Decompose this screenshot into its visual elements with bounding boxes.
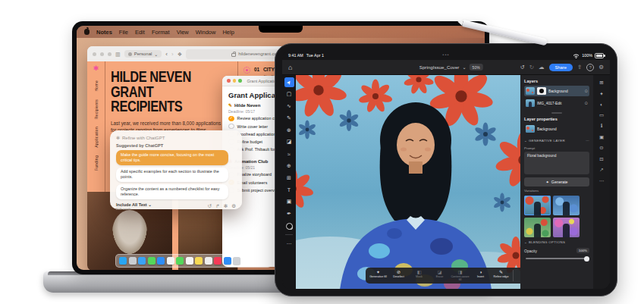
document-title[interactable]: SpringIssue_Cover [419, 64, 460, 70]
menu-help[interactable]: Help [222, 29, 234, 36]
menu-view[interactable]: View [177, 29, 189, 36]
dock-launchpad[interactable] [129, 257, 137, 265]
dock-safari[interactable] [138, 257, 146, 265]
preview-icon[interactable]: ⊙ [599, 145, 603, 151]
dock-calendar[interactable] [186, 257, 193, 265]
menu-window[interactable]: Window [196, 29, 216, 36]
move-tool-icon[interactable]: ➤ [284, 77, 294, 87]
menu-notes[interactable]: Notes [96, 29, 112, 36]
dock-notes[interactable] [195, 257, 203, 265]
settings-icon[interactable]: ⚙ [231, 203, 236, 209]
include-text-dropdown[interactable]: Include All Text ⌄ [116, 202, 152, 207]
more-tools-icon[interactable]: ⋯ [284, 239, 294, 249]
canvas[interactable]: ✦Generative fill ⊘Deselect ◧Mask ◪Erase … [296, 75, 520, 289]
dock-photos[interactable] [167, 257, 174, 265]
apple-logo-icon[interactable] [84, 29, 90, 35]
undo-icon[interactable]: ↺ [208, 203, 212, 209]
generative-layer-section[interactable]: ⌄ GENERATIVE LAYER ⋯ [524, 139, 589, 143]
profile-button[interactable]: Personal ⌄ [124, 50, 162, 58]
nav-application[interactable]: Application [94, 127, 99, 148]
menu-file[interactable]: File [119, 29, 128, 36]
erase-button[interactable]: ◪Erase [430, 270, 449, 278]
type-tool-icon[interactable]: T [284, 185, 294, 195]
dock-finder[interactable] [119, 257, 127, 265]
close-button[interactable] [227, 79, 231, 83]
settings-gear-icon[interactable]: ⚙ [598, 64, 604, 71]
adjustments-icon[interactable]: ◐ [600, 102, 603, 107]
menu-format[interactable]: Format [152, 29, 170, 36]
minimize-button[interactable] [100, 52, 104, 56]
eraser-tool-icon[interactable]: ◪ [284, 137, 294, 147]
lasso-tool-icon[interactable]: ∿ [284, 102, 294, 111]
healing-tool-icon[interactable]: ⊕ [284, 161, 294, 171]
smudge-tool-icon[interactable]: ≈ [284, 149, 294, 159]
invert-button[interactable]: ◑Invert [471, 270, 490, 278]
home-icon[interactable]: ⌂ [288, 64, 292, 71]
zoom-button[interactable] [108, 52, 112, 56]
variation-thumbnail-3[interactable] [524, 218, 551, 237]
effects-icon[interactable]: ✦ [599, 91, 603, 97]
info-icon[interactable]: ℹ [601, 123, 602, 129]
suggestion-pill-selected[interactable]: Make the guide more concise, focusing on… [116, 150, 228, 165]
prompt-input[interactable]: Floral background [524, 152, 589, 174]
variation-thumbnail-4[interactable] [553, 218, 580, 237]
panels-icon[interactable]: ⊞ [599, 80, 603, 86]
back-button[interactable]: ‹ [165, 51, 168, 58]
place-photo-tool-icon[interactable]: ▣ [284, 197, 294, 207]
multitasking-indicator[interactable]: ••• [442, 52, 449, 57]
dock-trash[interactable] [233, 257, 240, 265]
variation-thumbnail-1[interactable] [524, 196, 551, 215]
variation-thumbnail-2[interactable] [553, 196, 580, 215]
zoom-level[interactable]: 50% [470, 64, 483, 71]
brush-tool-icon[interactable]: ✎ [284, 113, 294, 123]
zoom-button[interactable] [238, 79, 242, 83]
undo-icon[interactable]: ↺ [520, 64, 524, 71]
checkbox-checked[interactable] [228, 116, 234, 122]
dock-reminders[interactable] [205, 257, 212, 265]
layer-row-background[interactable]: Background ⊙ [524, 86, 589, 96]
overflow-icon[interactable]: ⋯ [599, 178, 605, 184]
clone-stamp-tool-icon[interactable]: ⊛ [284, 125, 294, 135]
dock-messages[interactable] [148, 257, 156, 265]
section-more-icon[interactable]: ⋯ [586, 139, 589, 143]
dock-mail[interactable] [157, 257, 165, 265]
dock-music[interactable] [214, 257, 221, 265]
dock-app-store[interactable] [224, 257, 231, 265]
more-button[interactable]: ⋯More [516, 270, 520, 278]
share-button[interactable]: Share [549, 64, 573, 71]
cloud-sync-icon[interactable]: ☁ [539, 64, 545, 71]
comments-icon[interactable]: ▭ [599, 112, 604, 118]
site-logo-icon[interactable]: ✱ [93, 65, 99, 72]
sidebar-icon[interactable]: ▥ [115, 52, 121, 57]
opacity-value[interactable]: 100% [576, 248, 589, 253]
checkbox[interactable] [228, 124, 234, 130]
layer-row-photo[interactable]: IMG_4017-Edit ⊙ [524, 98, 589, 108]
content-aware-fill-button[interactable]: ◨Content-aware fill [451, 270, 470, 282]
place-icon[interactable]: ▣ [599, 134, 604, 140]
suggestion-pill[interactable]: Add specific examples for each section t… [116, 168, 228, 183]
opacity-slider[interactable] [526, 258, 588, 259]
export-icon[interactable]: ↗ [599, 167, 603, 173]
visibility-eye-icon[interactable]: ⊙ [584, 89, 588, 93]
refine-edge-button[interactable]: ✎Refine edge [492, 270, 510, 278]
share-icon[interactable]: ↱ [215, 203, 219, 209]
mask-button[interactable]: ◧Mask [410, 270, 429, 278]
generate-button[interactable]: ✦ Generate [524, 177, 589, 186]
visibility-eye-icon[interactable]: ⊙ [584, 101, 588, 105]
suggestion-pill[interactable]: Organize the content as a numbered check… [116, 184, 228, 199]
blending-options-section[interactable]: ⌄ BLENDING OPTIONS [524, 240, 589, 244]
redo-icon[interactable]: ↻ [529, 64, 534, 71]
forward-button[interactable]: › [171, 51, 174, 58]
nav-home[interactable]: Home [94, 80, 99, 92]
minimize-button[interactable] [233, 79, 237, 83]
export-icon[interactable]: ⇧ [577, 64, 582, 71]
duplicate-icon[interactable]: ⊡ [599, 156, 603, 162]
menu-edit[interactable]: Edit [135, 29, 145, 36]
panel-resize-handle[interactable] [551, 112, 562, 114]
privacy-shield-icon[interactable]: ❖ [177, 52, 182, 57]
nav-funding[interactable]: Funding [94, 155, 99, 171]
generative-fill-button[interactable]: ✦Generative fill [369, 270, 388, 278]
close-button[interactable] [93, 52, 96, 56]
sparkle-icon[interactable]: ✻ [224, 203, 228, 209]
deselect-button[interactable]: ⊘Deselect [389, 270, 408, 278]
